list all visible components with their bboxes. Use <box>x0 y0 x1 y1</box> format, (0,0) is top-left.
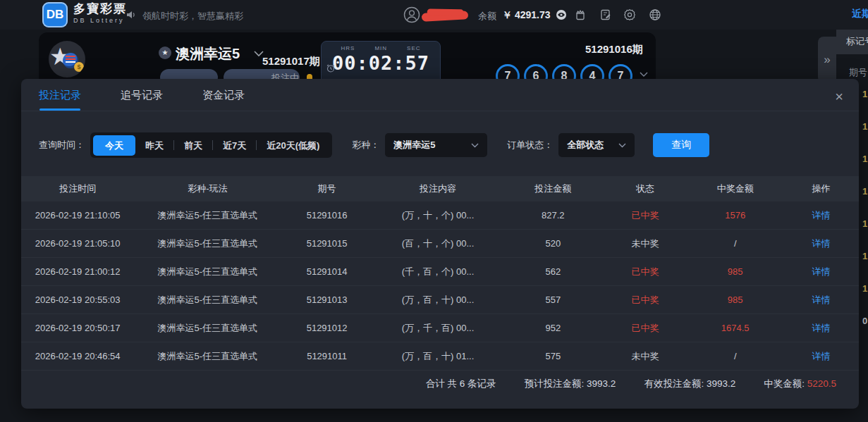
sec-label: SEC <box>407 45 420 51</box>
detail-link[interactable]: 详情 <box>783 209 859 222</box>
filter-bar: 查询时间： 今天 昨天 前天 近7天 近20天(低频) 彩种： 澳洲幸运5 订单… <box>21 132 859 158</box>
report-icon[interactable] <box>599 8 612 21</box>
close-icon[interactable]: × <box>835 89 843 105</box>
edge-digit: 1 <box>862 218 868 251</box>
cell-content: (万，十，个) 00... <box>373 209 503 222</box>
summary-row: 合计 共 6 条记录 预计投注金额: 3993.2 有效投注金额: 3993.2… <box>21 371 859 397</box>
col-issue: 期号 <box>281 182 373 195</box>
tab-fund-records[interactable]: 资金记录 <box>202 89 245 111</box>
edge-digit: 1 <box>862 154 868 186</box>
cell-content: (千，百，个) 00... <box>373 266 503 278</box>
table-row: 2026-02-19 20:46:54 澳洲幸运5-任三直选单式 5129101… <box>21 342 859 371</box>
rewards-icon[interactable] <box>574 8 587 21</box>
detail-link[interactable]: 详情 <box>783 350 859 363</box>
tab-bet-records[interactable]: 投注记录 <box>39 89 81 111</box>
edge-digit: 1 <box>862 283 868 316</box>
time-option-yesterday[interactable]: 昨天 <box>135 135 173 156</box>
cell-content: (万，百，十) 01... <box>373 350 503 363</box>
col-prize: 中奖金额 <box>687 182 783 195</box>
globe-icon[interactable] <box>649 8 661 21</box>
lottery-filter-label: 彩种： <box>352 139 379 151</box>
col-status: 状态 <box>604 182 687 195</box>
detail-link[interactable]: 详情 <box>783 322 859 335</box>
brand-logo[interactable]: DB <box>42 2 68 27</box>
time-option-today[interactable]: 今天 <box>93 135 135 156</box>
status-select-value: 全部状态 <box>567 139 604 151</box>
cell-status: 未中奖 <box>604 350 687 363</box>
summary-prize-label: 中奖金额: <box>764 378 805 389</box>
cell-prize: / <box>687 238 783 249</box>
cell-amount: 520 <box>503 238 604 249</box>
lottery-select[interactable]: 澳洲幸运5 <box>385 133 487 157</box>
detail-link[interactable]: 详情 <box>783 266 859 278</box>
cell-status: 已中奖 <box>604 209 687 222</box>
clipped-issue-digits: 1 1 1 1 1 1 1 0 <box>862 89 868 348</box>
table-row: 2026-02-19 21:05:10 澳洲幸运5-任三直选单式 5129101… <box>21 230 859 258</box>
lottery-select-value: 澳洲幸运5 <box>393 139 435 151</box>
order-status-select[interactable]: 全部状态 <box>558 133 635 157</box>
table-header-row: 投注时间 彩种-玩法 期号 投注内容 投注金额 状态 中奖金额 操作 <box>21 176 859 201</box>
cell-status: 已中奖 <box>604 266 687 278</box>
edge-digit: 0 <box>862 316 868 348</box>
coin-graphic: $ <box>74 62 84 72</box>
cell-game: 澳洲幸运5-任三直选单式 <box>134 266 281 278</box>
favorite-star-icon[interactable]: ★ <box>159 46 171 59</box>
countdown-value: 00:02:57 <box>322 52 440 74</box>
cell-issue: 51291016 <box>281 210 373 221</box>
col-bet-time: 投注时间 <box>21 182 134 195</box>
cell-game: 澳洲幸运5-任三直选单式 <box>134 209 281 222</box>
time-option-7days[interactable]: 近7天 <box>213 135 256 156</box>
cell-prize: / <box>687 351 783 361</box>
time-option-20days[interactable]: 近20天(低频) <box>257 135 329 156</box>
current-issue: 51291017期 <box>262 55 320 68</box>
active-tab-underline <box>39 108 80 111</box>
collapse-results-icon[interactable] <box>640 72 648 77</box>
cell-amount: 575 <box>503 351 604 361</box>
summary-total: 合计 共 6 条记录 <box>426 378 496 390</box>
eye-icon[interactable] <box>556 9 567 20</box>
edge-digit: 1 <box>862 121 868 154</box>
cell-amount: 827.2 <box>503 210 604 221</box>
col-content: 投注内容 <box>373 182 503 195</box>
time-range-group: 今天 昨天 前天 近7天 近20天(低频) <box>90 132 332 158</box>
settings-gear-icon[interactable] <box>623 8 636 21</box>
tab-label: 投注记录 <box>39 89 81 101</box>
table-row: 2026-02-19 20:55:03 澳洲幸运5-任三直选单式 5129101… <box>21 286 859 314</box>
top-header: DB 多寶彩票 DB Lottery 领航时时彩，智慧赢精彩 余额 ￥ 4291… <box>0 0 868 30</box>
cell-issue: 51291014 <box>281 266 373 277</box>
tab-chase-records[interactable]: 追号记录 <box>121 89 163 111</box>
summary-valid: 有效投注金额: 3993.2 <box>644 378 735 390</box>
cell-game: 澳洲幸运5-任三直选单式 <box>134 237 281 250</box>
cell-bet-time: 2026-02-19 21:00:12 <box>21 266 134 277</box>
col-game: 彩种-玩法 <box>134 182 281 195</box>
announcement-text: 领航时时彩，智慧赢精彩 <box>142 10 243 23</box>
brand-title: 多寶彩票 DB Lottery <box>73 3 127 25</box>
cell-issue: 51291012 <box>281 323 373 333</box>
edge-digit: 1 <box>862 89 868 121</box>
time-option-day-before[interactable]: 前天 <box>174 135 212 156</box>
side-issue-label: 期号 <box>849 66 867 79</box>
brand-logo-text: DB <box>47 8 64 22</box>
cell-amount: 562 <box>503 266 604 277</box>
chevron-down-icon <box>471 143 479 148</box>
balance-value: ￥ 4291.73 <box>502 9 551 22</box>
avatar-icon[interactable] <box>403 6 420 23</box>
table-row: 2026-02-19 21:10:05 澳洲幸运5-任三直选单式 5129101… <box>21 201 859 230</box>
alarm-clock-icon <box>326 64 335 73</box>
lottery-name[interactable]: 澳洲幸运5 <box>176 44 240 63</box>
summary-prize: 中奖金额: 5220.5 <box>764 378 836 390</box>
cell-issue: 51291013 <box>281 294 373 305</box>
cell-prize: 985 <box>687 266 783 277</box>
screen: DB 多寶彩票 DB Lottery 领航时时彩，智慧赢精彩 余额 ￥ 4291… <box>0 0 868 422</box>
detail-link[interactable]: 详情 <box>783 294 859 306</box>
cell-bet-time: 2026-02-19 21:05:10 <box>21 238 134 249</box>
query-button[interactable]: 查询 <box>653 133 709 157</box>
cell-amount: 557 <box>503 294 604 305</box>
panel-collapse-button[interactable]: » <box>818 37 836 83</box>
recent-draws-link[interactable]: 近期 <box>852 8 868 20</box>
side-mark-label[interactable]: 标记号 <box>846 35 868 48</box>
table-row: 2026-02-19 21:00:12 澳洲幸运5-任三直选单式 5129101… <box>21 258 859 286</box>
cell-issue: 51291015 <box>281 238 373 249</box>
cell-prize: 985 <box>687 294 783 305</box>
detail-link[interactable]: 详情 <box>783 237 859 250</box>
